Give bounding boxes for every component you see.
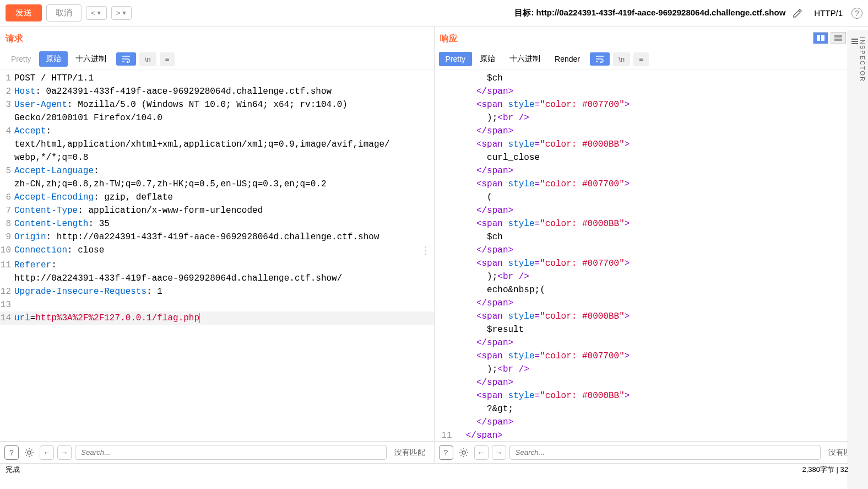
code-line[interactable]: );<br /> — [435, 270, 869, 283]
tab-render[interactable]: Render — [548, 52, 587, 66]
code-line[interactable]: $ch — [435, 72, 869, 85]
code-line[interactable]: 1POST / HTTP/1.1 — [0, 72, 434, 85]
request-search-input[interactable] — [75, 445, 387, 460]
request-bottom-bar: ? ← → 没有匹配 — [0, 441, 434, 463]
wrap-icon[interactable] — [590, 52, 610, 66]
request-tabs: Pretty 原始 十六进制 \n ≡ — [0, 49, 434, 69]
code-line[interactable]: 13 — [0, 298, 434, 311]
code-line[interactable]: 9Origin: http://0a224391-433f-419f-aace-… — [0, 230, 434, 244]
tab-raw[interactable]: 原始 — [473, 51, 502, 67]
code-line[interactable]: curl_close — [435, 151, 869, 164]
svg-rect-1 — [817, 35, 820, 41]
split-vertical-icon[interactable] — [813, 32, 828, 44]
code-line[interactable]: webp,*/*;q=0.8 — [0, 151, 434, 164]
gear-icon[interactable] — [22, 445, 36, 460]
code-line[interactable]: );<br /> — [435, 363, 869, 376]
response-tabs: Pretty 原始 十六进制 Render \n ≡ — [435, 49, 869, 69]
prev-button[interactable]: < ▼ — [86, 6, 107, 20]
help-icon[interactable]: ? — [851, 8, 862, 19]
help-icon[interactable]: ? — [4, 445, 19, 460]
http-version[interactable]: HTTP/1 — [814, 8, 843, 18]
newline-icon[interactable]: \n — [139, 52, 156, 66]
edit-target-icon[interactable] — [790, 6, 805, 21]
tab-pretty[interactable]: Pretty — [439, 52, 473, 66]
newline-icon[interactable]: \n — [613, 52, 630, 66]
tab-hex[interactable]: 十六进制 — [503, 51, 547, 67]
target-label: 目标: http://0a224391-433f-419f-aace-96929… — [514, 8, 785, 18]
code-line[interactable]: 12Upgrade-Insecure-Requests: 1 — [0, 285, 434, 298]
code-line[interactable]: <span style="color: #0000BB"> — [435, 389, 869, 402]
status-bar: 完成 2,380字节 | 32毫秒 — [0, 463, 868, 476]
search-prev-icon[interactable]: ← — [474, 445, 489, 460]
response-panel: 响应 Pretty 原始 十六进制 Render \n ≡ $ch </span… — [435, 26, 869, 463]
request-editor[interactable]: 1POST / HTTP/1.12Host: 0a224391-433f-419… — [0, 69, 434, 441]
code-line[interactable]: http://0a224391-433f-419f-aace-969292806… — [0, 272, 434, 285]
request-nomatch: 没有匹配 — [390, 448, 430, 458]
svg-point-0 — [28, 451, 31, 454]
inspector-tab[interactable]: INSPECTOR — [848, 30, 868, 476]
send-button[interactable]: 发送 — [6, 4, 42, 22]
code-line[interactable]: <span style="color: #0000BB"> — [435, 310, 869, 323]
response-editor[interactable]: $ch </span> <span style="color: #007700"… — [435, 69, 869, 441]
code-line[interactable]: </span> — [435, 164, 869, 178]
code-line[interactable]: </span> — [435, 416, 869, 429]
menu-icon[interactable]: ≡ — [160, 52, 175, 66]
response-title: 响应 — [440, 34, 458, 43]
code-line[interactable]: );<br /> — [435, 111, 869, 125]
code-line[interactable]: 14url=http%3A%2F%2F127.0.0.1/flag.php — [0, 311, 434, 325]
code-line[interactable]: echo&nbsp;( — [435, 283, 869, 297]
status-done: 完成 — [6, 465, 20, 475]
response-search-input[interactable] — [509, 445, 821, 460]
code-line[interactable]: </span> — [435, 125, 869, 138]
code-line[interactable]: <span style="color: #007700"> — [435, 257, 869, 270]
search-next-icon[interactable]: → — [57, 445, 72, 460]
code-line[interactable]: 11 </span> — [435, 429, 869, 441]
code-line[interactable]: 5Accept-Language: — [0, 164, 434, 178]
search-prev-icon[interactable]: ← — [40, 445, 54, 460]
code-line[interactable]: 8Content-Length: 35 — [0, 217, 434, 230]
code-line[interactable]: </span> — [435, 297, 869, 310]
tab-raw[interactable]: 原始 — [39, 51, 68, 67]
svg-rect-4 — [834, 39, 842, 41]
cancel-button[interactable]: 取消 — [46, 4, 82, 22]
code-line[interactable]: <span style="color: #007700"> — [435, 178, 869, 191]
code-line[interactable]: text/html,application/xhtml+xml,applicat… — [0, 138, 434, 151]
code-line[interactable]: zh-CN,zh;q=0.8,zh-TW;q=0.7,zh-HK;q=0.5,e… — [0, 178, 434, 191]
code-line[interactable]: 4Accept: — [0, 125, 434, 138]
tab-pretty[interactable]: Pretty — [4, 52, 38, 66]
code-line[interactable]: </span> — [435, 204, 869, 217]
code-line[interactable]: ( — [435, 191, 869, 204]
code-line[interactable]: 10Connection: close⋮ — [0, 244, 434, 259]
svg-rect-3 — [834, 35, 842, 37]
response-bottom-bar: ? ← → 没有匹配 — [435, 441, 869, 463]
code-line[interactable]: <span style="color: #0000BB"> — [435, 217, 869, 230]
code-line[interactable]: 2Host: 0a224391-433f-419f-aace-969292806… — [0, 85, 434, 98]
next-button[interactable]: > ▼ — [111, 6, 132, 20]
menu-icon[interactable]: ≡ — [633, 52, 649, 66]
tab-hex[interactable]: 十六进制 — [69, 51, 113, 67]
code-line[interactable]: </span> — [435, 244, 869, 257]
code-line[interactable]: <span style="color: #0000BB"> — [435, 138, 869, 151]
code-line[interactable]: </span> — [435, 376, 869, 389]
code-line[interactable]: ?&gt; — [435, 402, 869, 416]
code-line[interactable]: 6Accept-Encoding: gzip, deflate — [0, 191, 434, 204]
code-line[interactable]: 11Referer: — [0, 259, 434, 272]
request-title: 请求 — [6, 34, 23, 43]
code-line[interactable]: Gecko/20100101 Firefox/104.0 — [0, 111, 434, 125]
code-line[interactable]: <span style="color: #007700"> — [435, 98, 869, 111]
code-line[interactable]: </span> — [435, 85, 869, 98]
code-line[interactable]: <span style="color: #007700"> — [435, 350, 869, 363]
main-split: 请求 Pretty 原始 十六进制 \n ≡ 1POST / HTTP/1.12… — [0, 26, 868, 463]
code-line[interactable]: $result — [435, 323, 869, 336]
code-line[interactable]: $ch — [435, 230, 869, 244]
svg-rect-2 — [821, 35, 824, 41]
split-horizontal-icon[interactable] — [831, 32, 846, 44]
search-next-icon[interactable]: → — [492, 445, 506, 460]
code-line[interactable]: 7Content-Type: application/x-www-form-ur… — [0, 204, 434, 217]
gear-icon[interactable] — [457, 445, 471, 460]
wrap-icon[interactable] — [116, 52, 136, 66]
code-line[interactable]: 3User-Agent: Mozilla/5.0 (Windows NT 10.… — [0, 98, 434, 111]
line-menu-icon[interactable]: ⋮ — [417, 244, 434, 259]
help-icon[interactable]: ? — [439, 445, 453, 460]
code-line[interactable]: </span> — [435, 336, 869, 350]
